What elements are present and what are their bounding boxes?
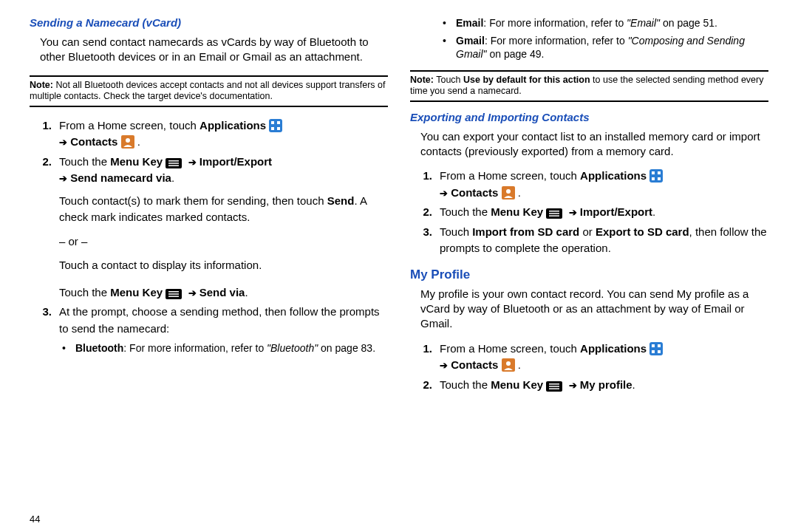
step-1: 1. From a Home screen, touch Application… (30, 117, 388, 151)
note-bluetooth-limits: Note: Not all Bluetooth devices accept c… (30, 75, 388, 107)
bullet-email: • Email: For more information, refer to … (440, 16, 768, 30)
arrow-icon (569, 378, 577, 391)
send-method-list-cont: • Email: For more information, refer to … (440, 15, 768, 66)
svg-rect-0 (269, 119, 282, 132)
svg-rect-28 (658, 344, 661, 347)
steps-send-namecard: 1. From a Home screen, touch Application… (30, 115, 388, 363)
note-body: Not all Bluetooth devices accept contact… (30, 80, 386, 102)
svg-rect-2 (277, 121, 280, 124)
arrow-icon (188, 286, 197, 299)
svg-point-32 (506, 361, 511, 366)
bullet-gmail: • Gmail: For more information, refer to … (440, 34, 768, 61)
svg-rect-14 (168, 296, 179, 297)
svg-rect-18 (652, 177, 655, 180)
heading-send-namecard: Sending a Namecard (vCard) (30, 16, 388, 29)
export-intro: You can export your contact list to an i… (420, 129, 768, 160)
arrow-icon (569, 205, 577, 218)
step-number: 1. (410, 168, 440, 201)
step-number: 1. (30, 117, 59, 151)
right-column: • Email: For more information, refer to … (410, 15, 768, 525)
heading-export-import: Exporting and Importing Contacts (410, 111, 768, 123)
step-body: Touch the Menu Key Import/Export Send na… (59, 154, 388, 301)
svg-rect-34 (549, 383, 559, 385)
bullet-icon: • (440, 34, 456, 61)
applications-icon (649, 169, 663, 183)
svg-rect-19 (658, 177, 661, 180)
svg-rect-23 (549, 211, 559, 212)
menu-key-icon (166, 287, 182, 298)
arrow-icon (440, 358, 448, 371)
menu-key-icon (546, 380, 562, 390)
profile-intro: My profile is your own contact record. Y… (420, 287, 768, 332)
bullet-icon: • (59, 341, 75, 355)
svg-rect-13 (168, 293, 179, 295)
manual-page: Sending a Namecard (vCard) You can send … (0, 0, 798, 532)
svg-point-21 (506, 189, 511, 194)
intro-paragraph: You can send contact namecards as vCards… (40, 35, 388, 65)
step-number: 2. (410, 377, 440, 394)
svg-rect-1 (271, 121, 274, 124)
svg-rect-35 (549, 386, 559, 387)
step-number: 2. (30, 154, 59, 301)
svg-rect-27 (652, 344, 655, 347)
step-2: 2. Touch the Menu Key My profile. (410, 377, 768, 394)
note-default-action: Note: Touch Use by default for this acti… (410, 70, 768, 102)
arrow-icon (59, 171, 67, 184)
heading-my-profile: My Profile (410, 267, 768, 282)
svg-rect-25 (549, 216, 559, 217)
svg-point-6 (126, 138, 130, 143)
step-body: Touch the Menu Key Import/Export. (440, 204, 768, 221)
arrow-icon (440, 186, 448, 199)
svg-rect-3 (271, 127, 274, 130)
svg-rect-36 (549, 388, 559, 389)
step-body: From a Home screen, touch Applications C… (59, 117, 388, 151)
svg-rect-9 (168, 163, 179, 164)
step-body: At the prompt, choose a sending method, … (59, 304, 388, 359)
page-number: 44 (30, 506, 388, 525)
menu-key-icon (546, 207, 562, 217)
contacts-icon (502, 358, 515, 372)
step-number: 3. (410, 224, 440, 257)
step-body: From a Home screen, touch Applications C… (440, 341, 768, 374)
bullet-icon: • (440, 16, 456, 30)
step-number: 2. (410, 204, 440, 221)
svg-rect-12 (168, 291, 179, 293)
step-body: Touch Import from SD card or Export to S… (440, 224, 768, 257)
step-3: 3. Touch Import from SD card or Export t… (410, 224, 768, 257)
svg-rect-10 (168, 165, 179, 166)
step-2: 2. Touch the Menu Key Import/Export. (410, 204, 768, 221)
steps-profile: 1. From a Home screen, touch Application… (410, 338, 768, 397)
steps-export: 1. From a Home screen, touch Application… (410, 165, 768, 260)
step-body: From a Home screen, touch Applications C… (440, 168, 768, 201)
or-divider: – or – (59, 235, 87, 248)
contacts-icon (121, 135, 134, 149)
svg-rect-29 (652, 350, 655, 353)
send-method-list: • Bluetooth: For more information, refer… (59, 341, 388, 355)
svg-rect-17 (658, 171, 661, 174)
menu-key-icon (166, 157, 182, 167)
svg-rect-4 (277, 127, 280, 130)
arrow-icon (59, 135, 67, 148)
step-number: 1. (410, 341, 440, 374)
bullet-bluetooth: • Bluetooth: For more information, refer… (59, 341, 388, 355)
contacts-icon (502, 186, 515, 200)
applications-icon (649, 342, 663, 355)
svg-rect-30 (658, 350, 661, 353)
svg-rect-8 (168, 160, 179, 162)
arrow-icon (188, 155, 197, 168)
note-label: Note: (410, 75, 434, 85)
left-column: Sending a Namecard (vCard) You can send … (30, 15, 388, 525)
step-1: 1. From a Home screen, touch Application… (410, 168, 768, 201)
step-2: 2. Touch the Menu Key Import/Export Send… (30, 154, 388, 301)
svg-rect-16 (652, 171, 655, 174)
step-1: 1. From a Home screen, touch Application… (410, 341, 768, 374)
svg-rect-26 (649, 342, 663, 355)
svg-rect-15 (649, 169, 663, 183)
step-3: 3. At the prompt, choose a sending metho… (30, 304, 388, 359)
step-number: 3. (30, 304, 59, 359)
note-label: Note: (30, 80, 53, 90)
svg-rect-24 (549, 214, 559, 215)
applications-icon (269, 119, 282, 132)
step-body: Touch the Menu Key My profile. (440, 377, 768, 394)
